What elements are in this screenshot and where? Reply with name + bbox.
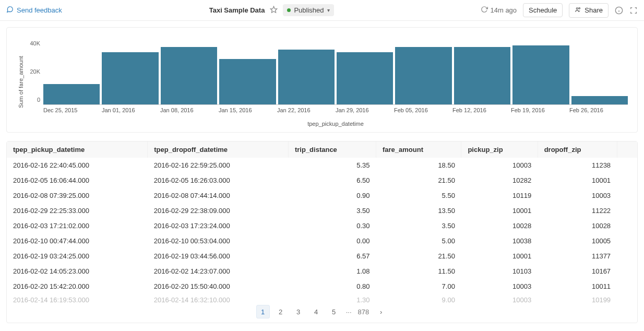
table-cell: 0.00 xyxy=(288,233,376,249)
topbar: Send feedback Taxi Sample Data Published… xyxy=(0,0,644,21)
table-cell-spacer xyxy=(617,233,637,249)
schedule-button[interactable]: Schedule xyxy=(523,3,563,17)
page-4[interactable]: 4 xyxy=(309,305,323,318)
table-cell: 6.50 xyxy=(288,173,376,188)
chevron-down-icon: ▾ xyxy=(327,7,330,13)
table-cell: 10282 xyxy=(461,173,538,188)
pager-ellipsis: ··· xyxy=(345,308,353,316)
table-row[interactable]: 2016-02-08 07:39:25.0002016-02-08 07:44:… xyxy=(7,188,637,203)
chart-bar[interactable] xyxy=(219,59,276,104)
chart-bar[interactable] xyxy=(454,47,510,104)
page-3[interactable]: 3 xyxy=(292,305,305,318)
table-body: 2016-02-16 22:40:45.0002016-02-16 22:59:… xyxy=(7,158,637,303)
schedule-label: Schedule xyxy=(529,6,557,14)
xtick: Jan 22, 2016 xyxy=(277,107,336,119)
table-cell: 2016-02-14 16:32:10.000 xyxy=(148,294,289,303)
table-cell: 21.50 xyxy=(376,173,461,188)
table-cell: 0.30 xyxy=(288,218,376,233)
table-row[interactable]: 2016-02-02 14:05:23.0002016-02-02 14:23:… xyxy=(7,264,637,279)
table-cell-spacer xyxy=(617,188,637,203)
table-row[interactable]: 2016-02-19 03:24:25.0002016-02-19 03:44:… xyxy=(7,249,637,264)
table-row[interactable]: 2016-02-29 22:25:33.0002016-02-29 22:38:… xyxy=(7,203,637,218)
table-row[interactable]: 2016-02-20 15:42:20.0002016-02-20 15:50:… xyxy=(7,279,637,294)
table-cell-spacer xyxy=(617,203,637,218)
xtick: Feb 05, 2016 xyxy=(394,107,452,119)
chart-bar[interactable] xyxy=(337,52,393,104)
chart-bar[interactable] xyxy=(43,84,100,104)
table-cell: 11222 xyxy=(538,203,617,218)
column-header[interactable]: tpep_pickup_datetime xyxy=(7,141,148,158)
chart-bar[interactable] xyxy=(161,47,217,104)
table-row[interactable]: 2016-02-05 16:06:44.0002016-02-05 16:26:… xyxy=(7,173,637,188)
column-header[interactable]: trip_distance xyxy=(288,141,376,158)
page-5[interactable]: 5 xyxy=(327,305,341,318)
send-feedback-label: Send feedback xyxy=(17,6,62,14)
send-feedback-link[interactable]: Send feedback xyxy=(6,6,62,15)
table-cell-spacer xyxy=(617,279,637,294)
refresh-icon xyxy=(481,6,488,15)
chart-bar[interactable] xyxy=(395,47,451,104)
star-icon[interactable] xyxy=(270,6,278,15)
table-cell: 7.00 xyxy=(376,279,461,294)
data-table: tpep_pickup_datetimetpep_dropoff_datetim… xyxy=(7,141,637,303)
page-2[interactable]: 2 xyxy=(274,305,288,318)
table-cell: 2016-02-14 16:19:53.000 xyxy=(7,294,148,303)
chart-card: Sum of fare_amount 40K 20K 0 Dec 25, 201… xyxy=(6,27,638,133)
table-row[interactable]: 2016-02-03 17:21:02.0002016-02-03 17:23:… xyxy=(7,218,637,233)
pager-last[interactable]: 878 xyxy=(357,308,371,316)
table-cell: 2016-02-05 16:26:03.000 xyxy=(148,173,289,188)
table-cell: 10003 xyxy=(461,279,538,294)
table-cell: 11377 xyxy=(538,249,617,264)
chart-xaxis: Dec 25, 2015Jan 01, 2016Jan 08, 2016Jan … xyxy=(43,107,628,119)
xtick: Feb 26, 2016 xyxy=(569,107,628,119)
xtick: Feb 19, 2016 xyxy=(511,107,569,119)
table-cell: 2016-02-29 22:25:33.000 xyxy=(7,203,148,218)
table-cell: 2016-02-29 22:38:09.000 xyxy=(148,203,289,218)
table-row[interactable]: 2016-02-16 22:40:45.0002016-02-16 22:59:… xyxy=(7,158,637,173)
table-cell: 2016-02-05 16:06:44.000 xyxy=(7,173,148,188)
table-cell: 2016-02-03 17:21:02.000 xyxy=(7,218,148,233)
table-cell-spacer xyxy=(617,264,637,279)
table-cell: 6.57 xyxy=(288,249,376,264)
chart-bar[interactable] xyxy=(512,45,569,104)
table-row[interactable]: 2016-02-10 00:47:44.0002016-02-10 00:53:… xyxy=(7,233,637,249)
chart-bar[interactable] xyxy=(571,96,628,104)
table-cell: 5.00 xyxy=(376,233,461,249)
chevron-right-icon: › xyxy=(380,308,382,316)
table-cell: 21.50 xyxy=(376,249,461,264)
page-1[interactable]: 1 xyxy=(256,305,270,318)
refresh-info[interactable]: 14m ago xyxy=(481,6,517,15)
table-cell: 10028 xyxy=(538,218,617,233)
chart-bar[interactable] xyxy=(102,52,158,104)
table-row[interactable]: 2016-02-14 16:19:53.0002016-02-14 16:32:… xyxy=(7,294,637,303)
column-header-spacer xyxy=(617,141,637,158)
table-cell: 2016-02-16 22:40:45.000 xyxy=(7,158,148,173)
xtick: Dec 25, 2015 xyxy=(43,107,102,119)
table-cell-spacer xyxy=(617,173,637,188)
table-cell-spacer xyxy=(617,249,637,264)
chart-plot-area xyxy=(43,37,628,105)
column-header[interactable]: dropoff_zip xyxy=(538,141,617,158)
content: Sum of fare_amount 40K 20K 0 Dec 25, 201… xyxy=(0,21,644,331)
table-cell-spacer xyxy=(617,158,637,173)
share-button[interactable]: Share xyxy=(569,3,609,18)
svg-point-2 xyxy=(579,7,580,9)
column-header[interactable]: tpep_dropoff_datetime xyxy=(148,141,289,158)
fullscreen-icon[interactable] xyxy=(629,6,638,15)
info-icon[interactable] xyxy=(615,6,623,15)
table-cell: 10199 xyxy=(538,294,617,303)
status-label: Published xyxy=(294,6,324,14)
table-cell: 2016-02-20 15:42:20.000 xyxy=(7,279,148,294)
table-cell: 10119 xyxy=(461,188,538,203)
table-cell: 2016-02-08 07:44:14.000 xyxy=(148,188,289,203)
pager-next[interactable]: › xyxy=(374,305,388,318)
column-header[interactable]: fare_amount xyxy=(376,141,461,158)
xtick: Jan 15, 2016 xyxy=(219,107,277,119)
table-cell: 5.35 xyxy=(288,158,376,173)
column-header[interactable]: pickup_zip xyxy=(461,141,538,158)
status-pill[interactable]: Published ▾ xyxy=(283,4,333,16)
table-cell: 2016-02-19 03:44:56.000 xyxy=(148,249,289,264)
comment-icon xyxy=(6,6,14,15)
table-cell: 1.08 xyxy=(288,264,376,279)
chart-bar[interactable] xyxy=(278,50,335,104)
